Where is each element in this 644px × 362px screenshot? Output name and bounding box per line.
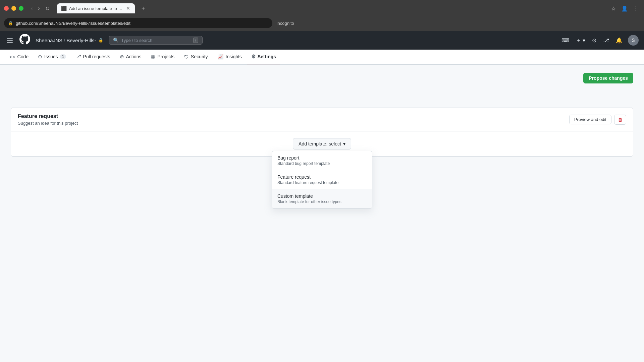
security-icon: 🛡 <box>184 54 189 60</box>
github-logo[interactable] <box>19 34 30 47</box>
add-template-row: Add template: select ▾ Bug report Standa… <box>11 131 633 156</box>
dropdown-item-custom-template[interactable]: Custom template Blank template for other… <box>272 189 372 208</box>
active-tab[interactable]: ⬛ Add an issue template to Shee... ✕ <box>57 3 135 13</box>
dropdown-item-feature-request[interactable]: Feature request Standard feature request… <box>272 170 372 189</box>
bug-report-desc: Standard bug report template <box>277 161 367 166</box>
nav-arrows: ‹ › ↻ <box>29 5 52 12</box>
template-description: Suggest an idea for this project <box>18 121 569 126</box>
search-input[interactable] <box>121 38 191 43</box>
insights-icon: 📈 <box>217 54 224 60</box>
breadcrumb: SheenaJNS / Beverly-Hills- 🔒 <box>36 38 103 43</box>
back-button[interactable]: ‹ <box>29 5 35 12</box>
tab-title: Add an issue template to Shee... <box>69 6 123 11</box>
actions-row: Propose changes <box>11 73 633 92</box>
tab-favicon: ⬛ <box>61 6 66 11</box>
delete-template-button[interactable]: 🗑 <box>614 115 626 125</box>
nav-item-pull-requests[interactable]: ⎇ Pull requests <box>71 50 114 64</box>
nav-label-actions: Actions <box>126 54 142 59</box>
terminal-icon: ⌨ <box>561 37 569 44</box>
profile-button[interactable]: 👤 <box>620 4 629 13</box>
feature-request-desc: Standard feature request template <box>277 180 367 185</box>
add-template-dropdown-container: Add template: select ▾ Bug report Standa… <box>293 138 351 149</box>
tab-close-button[interactable]: ✕ <box>125 5 131 12</box>
lock-icon: 🔒 <box>8 21 13 25</box>
templates-container: Feature request Suggest an idea for this… <box>11 108 633 157</box>
bell-icon: 🔔 <box>616 37 623 44</box>
pull-requests-button[interactable]: ⎇ <box>602 36 610 45</box>
template-info: Feature request Suggest an idea for this… <box>18 113 569 126</box>
nav-item-issues[interactable]: ⊙ Issues 1 <box>34 50 70 64</box>
incognito-indicator: Incognito <box>275 19 296 27</box>
nav-label-projects: Projects <box>157 54 174 59</box>
feature-request-template-row: Feature request Suggest an idea for this… <box>11 108 633 131</box>
notifications-button[interactable]: 🔔 <box>614 36 624 45</box>
tab-bar: ⬛ Add an issue template to Shee... ✕ + <box>57 3 607 13</box>
pr-icon: ⎇ <box>603 37 609 44</box>
search-icon: 🔍 <box>113 38 119 43</box>
code-icon: <> <box>9 54 15 60</box>
nav-item-code[interactable]: <> Code <box>5 50 33 64</box>
repo-nav: <> Code ⊙ Issues 1 ⎇ Pull requests ⊕ Act… <box>0 50 644 65</box>
main-content: Propose changes Feature request Suggest … <box>0 65 644 362</box>
issues-badge: 1 <box>60 54 66 59</box>
nav-item-insights[interactable]: 📈 Insights <box>213 50 246 64</box>
dropdown-arrow-icon: ▾ <box>343 141 345 146</box>
custom-template-title: Custom template <box>277 193 367 199</box>
browser-chrome: ‹ › ↻ ⬛ Add an issue template to Shee...… <box>0 0 644 17</box>
address-bar[interactable]: 🔒 github.com/SheenaJNS/Beverly-Hills-/is… <box>4 18 272 28</box>
header-actions: ⌨ ＋ ▾ ⊙ ⎇ 🔔 S <box>560 35 639 46</box>
terminal-button[interactable]: ⌨ <box>560 36 571 45</box>
search-shortcut: / <box>193 38 198 43</box>
nav-item-actions[interactable]: ⊕ Actions <box>116 50 146 64</box>
forward-button[interactable]: › <box>36 5 42 12</box>
user-avatar[interactable]: S <box>628 35 639 46</box>
nav-item-security[interactable]: 🛡 Security <box>180 50 212 64</box>
nav-label-security: Security <box>191 54 208 59</box>
trash-icon: 🗑 <box>618 117 623 122</box>
feature-request-title: Feature request <box>277 174 367 180</box>
actions-icon: ⊕ <box>120 54 124 60</box>
window-maximize-button[interactable] <box>19 6 23 11</box>
preview-edit-button[interactable]: Preview and edit <box>569 115 611 124</box>
global-search[interactable]: 🔍 / <box>109 36 203 45</box>
url-display: github.com/SheenaJNS/Beverly-Hills-/issu… <box>16 21 268 26</box>
plus-icon: ＋ <box>576 37 581 44</box>
bug-report-title: Bug report <box>277 155 367 161</box>
issues-icon: ⊙ <box>592 37 596 44</box>
dropdown-arrow: ▾ <box>583 37 585 44</box>
address-bar-row: 🔒 github.com/SheenaJNS/Beverly-Hills-/is… <box>0 17 644 31</box>
window-close-button[interactable] <box>4 6 9 11</box>
add-template-label: Add template: select <box>299 141 341 146</box>
template-dropdown-menu: Bug report Standard bug report template … <box>272 151 372 208</box>
template-actions: Preview and edit 🗑 <box>569 115 626 125</box>
nav-item-projects[interactable]: ▦ Projects <box>147 50 178 64</box>
repo-lock-icon: 🔒 <box>98 38 103 43</box>
bookmark-button[interactable]: ☆ <box>610 4 617 13</box>
extensions-button[interactable]: ⋮ <box>632 4 640 13</box>
breadcrumb-owner[interactable]: SheenaJNS <box>36 38 62 43</box>
settings-icon: ⚙ <box>251 54 256 60</box>
breadcrumb-repo[interactable]: Beverly-Hills- <box>66 38 96 43</box>
issues-button[interactable]: ⊙ <box>591 36 598 45</box>
nav-label-code: Code <box>17 54 29 59</box>
custom-template-desc: Blank template for other issue types <box>277 199 367 204</box>
nav-item-settings[interactable]: ⚙ Settings <box>247 50 280 64</box>
browser-actions: ☆ 👤 ⋮ <box>610 4 640 13</box>
window-controls <box>4 6 23 11</box>
propose-changes-button[interactable]: Propose changes <box>583 73 633 83</box>
breadcrumb-separator: / <box>64 38 65 43</box>
dropdown-item-bug-report[interactable]: Bug report Standard bug report template <box>272 151 372 170</box>
create-new-button[interactable]: ＋ ▾ <box>575 36 587 45</box>
window-minimize-button[interactable] <box>11 6 16 11</box>
template-name: Feature request <box>18 113 569 119</box>
add-template-button[interactable]: Add template: select ▾ <box>293 138 351 149</box>
nav-label-pull-requests: Pull requests <box>83 54 110 59</box>
nav-label-issues: Issues <box>44 54 58 59</box>
github-header: SheenaJNS / Beverly-Hills- 🔒 🔍 / ⌨ ＋ ▾ ⊙… <box>0 31 644 50</box>
new-tab-button[interactable]: + <box>139 4 148 13</box>
reload-button[interactable]: ↻ <box>43 5 52 12</box>
nav-label-settings: Settings <box>258 54 276 59</box>
nav-label-insights: Insights <box>226 54 242 59</box>
projects-icon: ▦ <box>151 54 155 60</box>
hamburger-menu[interactable] <box>5 37 14 44</box>
